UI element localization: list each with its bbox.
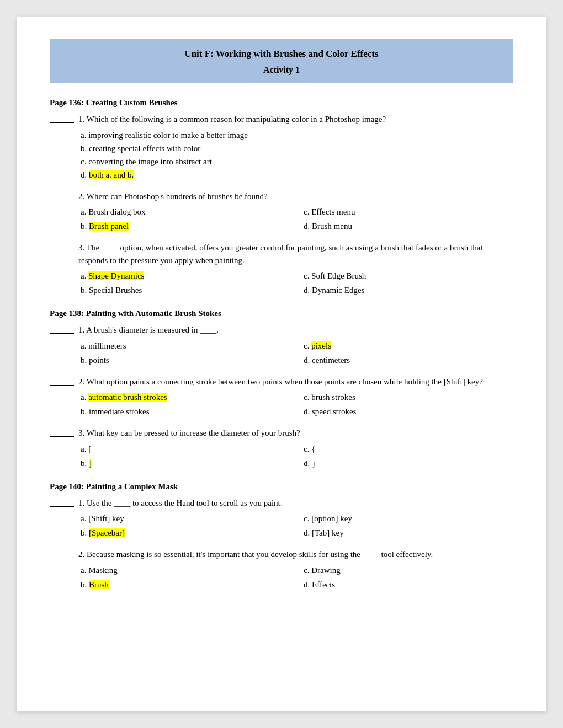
question-text: 1. Use the ____ to access the Hand tool …	[78, 497, 513, 510]
header-box: Unit F: Working with Brushes and Color E…	[50, 39, 513, 83]
answer-blank	[50, 114, 74, 123]
question-content: 1. Which of the following is a common re…	[78, 113, 513, 181]
options-grid: a. Brush dialog boxc. Effects menub. Bru…	[78, 205, 513, 233]
answer-blank	[50, 498, 74, 507]
content-area: Page 136: Creating Custom Brushes1. Whic…	[50, 98, 513, 591]
option-item: d. }	[301, 457, 513, 470]
option-letter: b.	[81, 459, 87, 468]
answer-blank	[50, 377, 74, 386]
answer-blank	[50, 428, 74, 437]
option-item: b. immediate strokes	[78, 405, 290, 418]
question-content: 2. Because masking is so essential, it's…	[78, 548, 513, 591]
question-text: 1. A brush's diameter is measured in ___…	[78, 324, 513, 336]
answer-blank	[50, 243, 74, 251]
option-item: a. automatic brush strokes	[78, 390, 290, 404]
question-text: 1. Which of the following is a common re…	[78, 113, 513, 126]
option-letter: a.	[81, 393, 86, 402]
question-block-q8: 2. Because masking is so essential, it's…	[50, 548, 513, 591]
unit-title: Unit F: Working with Brushes and Color E…	[61, 49, 502, 60]
answer-blank	[50, 325, 74, 334]
options-grid: a. Maskingc. Drawingb. Brushd. Effects	[78, 564, 513, 591]
option-item: a. Shape Dynamics	[78, 269, 290, 282]
option-item: d. Dynamic Edges	[301, 283, 513, 297]
section-heading: Page 140: Painting a Complex Mask	[50, 482, 513, 491]
section-section2: Page 138: Painting with Automatic Brush …	[50, 309, 513, 470]
question-block-q1: 1. Which of the following is a common re…	[50, 113, 513, 181]
question-content: 1. Use the ____ to access the Hand tool …	[78, 497, 513, 540]
question-block-q5: 2. What option paints a connecting strok…	[50, 376, 513, 419]
option-letter: b.	[81, 580, 87, 589]
question-content: 2. What option paints a connecting strok…	[78, 376, 513, 419]
question-content: 3. What key can be pressed to increase t…	[78, 427, 513, 470]
question-text: 2. Where can Photoshop's hundreds of bru…	[78, 190, 513, 203]
question-block-q2: 2. Where can Photoshop's hundreds of bru…	[50, 190, 513, 233]
option-item: d. both a. and b.	[78, 168, 513, 181]
option-item: c. Effects menu	[301, 205, 513, 218]
option-text: [Spacebar]	[89, 528, 125, 537]
option-item: a. [Shift] key	[78, 512, 290, 525]
section-section1: Page 136: Creating Custom Brushes1. Whic…	[50, 98, 513, 297]
answer-blank	[50, 549, 74, 558]
options-grid: a. automatic brush strokesc. brush strok…	[78, 390, 513, 418]
options-grid: a. millimetersc. pixelsb. pointsd. centi…	[78, 339, 513, 367]
page: Unit F: Working with Brushes and Color E…	[17, 17, 546, 711]
option-item: d. Brush menu	[301, 220, 513, 233]
answer-blank	[50, 191, 74, 200]
option-item: d. [Tab] key	[301, 526, 513, 539]
option-item: d. Effects	[301, 578, 513, 591]
option-item: c. Soft Edge Brush	[301, 269, 513, 282]
option-text: ]	[89, 459, 92, 468]
option-item: b. Brush panel	[78, 220, 290, 233]
option-item: b. Special Brushes	[78, 283, 290, 297]
options-grid: a. [c. {b. ]d. }	[78, 442, 513, 470]
section-heading: Page 138: Painting with Automatic Brush …	[50, 309, 513, 318]
option-item: a. Masking	[78, 564, 290, 577]
section-section3: Page 140: Painting a Complex Mask1. Use …	[50, 482, 513, 591]
option-item: c. [option] key	[301, 512, 513, 525]
option-item: a. improving realistic color to make a b…	[78, 129, 513, 142]
section-heading: Page 136: Creating Custom Brushes	[50, 98, 513, 108]
option-item: c. brush strokes	[301, 390, 513, 404]
option-item: c. Drawing	[301, 564, 513, 577]
question-block-q7: 1. Use the ____ to access the Hand tool …	[50, 497, 513, 540]
option-item: b. creating special effects with color	[78, 142, 513, 155]
option-item: b. [Spacebar]	[78, 526, 290, 539]
option-item: a. [	[78, 442, 290, 456]
question-text: 2. Because masking is so essential, it's…	[78, 548, 513, 561]
question-text: 3. What key can be pressed to increase t…	[78, 427, 513, 440]
question-content: 2. Where can Photoshop's hundreds of bru…	[78, 190, 513, 233]
question-block-q3: 3. The ____ option, when activated, offe…	[50, 242, 513, 297]
options-list: a. improving realistic color to make a b…	[78, 129, 513, 181]
option-item: b. Brush	[78, 578, 290, 591]
question-block-q6: 3. What key can be pressed to increase t…	[50, 427, 513, 470]
option-item: d. centimeters	[301, 354, 513, 367]
option-letter: b.	[81, 222, 87, 231]
option-letter: c.	[304, 341, 309, 350]
option-text: pixels	[311, 341, 331, 350]
activity-title: Activity 1	[61, 65, 502, 75]
option-text: automatic brush strokes	[88, 393, 167, 402]
option-item: a. Brush dialog box	[78, 205, 290, 218]
option-text: both a. and b.	[89, 170, 134, 179]
option-letter: a.	[81, 271, 86, 280]
option-text: Brush panel	[89, 222, 129, 231]
option-item: b. ]	[78, 457, 290, 470]
options-grid: a. Shape Dynamicsc. Soft Edge Brushb. Sp…	[78, 269, 513, 297]
option-item: c. pixels	[301, 339, 513, 352]
option-text: Brush	[89, 580, 109, 589]
question-content: 1. A brush's diameter is measured in ___…	[78, 324, 513, 367]
option-item: a. millimeters	[78, 339, 290, 352]
option-text: Shape Dynamics	[88, 271, 144, 280]
question-text: 3. The ____ option, when activated, offe…	[78, 242, 513, 266]
question-text: 2. What option paints a connecting strok…	[78, 376, 513, 388]
question-content: 3. The ____ option, when activated, offe…	[78, 242, 513, 297]
option-item: d. speed strokes	[301, 405, 513, 418]
option-item: c. {	[301, 442, 513, 456]
question-block-q4: 1. A brush's diameter is measured in ___…	[50, 324, 513, 367]
option-letter: b.	[81, 528, 87, 537]
option-letter: d.	[81, 170, 87, 179]
option-item: b. points	[78, 354, 290, 367]
options-grid: a. [Shift] keyc. [option] keyb. [Spaceba…	[78, 512, 513, 539]
option-item: c. converting the image into abstract ar…	[78, 155, 513, 168]
